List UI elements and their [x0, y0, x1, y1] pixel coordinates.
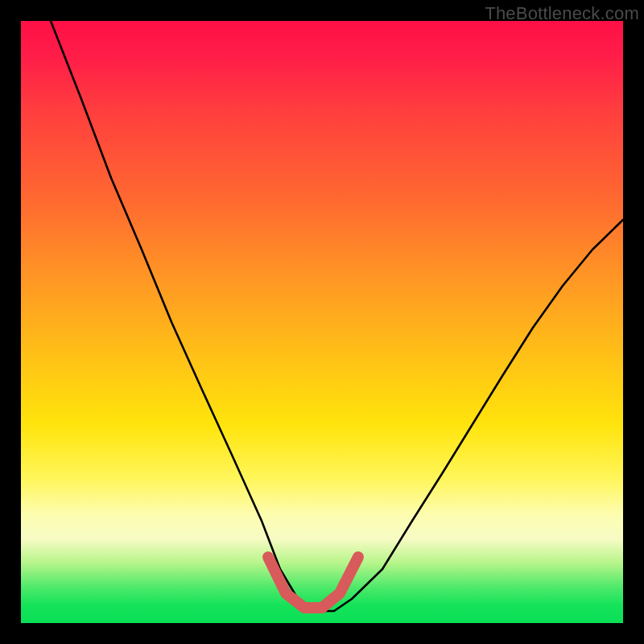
plot-area — [21, 21, 623, 623]
chart-frame: TheBottleneck.com — [0, 0, 644, 644]
watermark-text: TheBottleneck.com — [485, 3, 639, 24]
highlight-path — [268, 557, 358, 608]
bottleneck-curve — [21, 21, 623, 623]
curve-path — [51, 21, 623, 611]
